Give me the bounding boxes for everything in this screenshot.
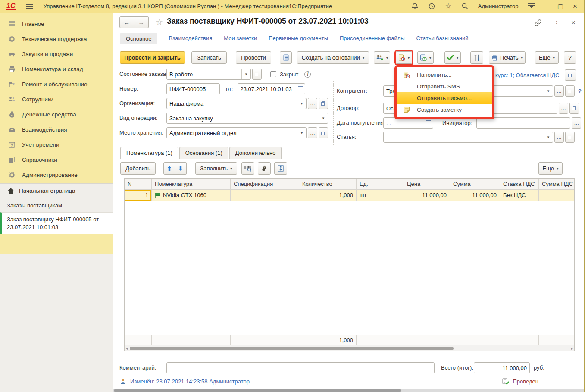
current-user[interactable]: Администратор: [478, 3, 519, 9]
move-row-down-button[interactable]: [175, 162, 187, 175]
create-interaction-button[interactable]: ▾: [374, 51, 390, 64]
sidebar-item-main[interactable]: Главное: [0, 16, 113, 31]
pick-organization-button[interactable]: …: [308, 98, 317, 109]
pick-article-button[interactable]: …: [554, 132, 564, 143]
sidebar-item-repair[interactable]: Ремонт и обслуживание: [0, 77, 113, 92]
pick-contractor-button[interactable]: …: [554, 85, 564, 97]
cell-vat-rate[interactable]: Без НДС: [500, 190, 539, 201]
sidebar-item-administration[interactable]: Администрирование: [0, 167, 113, 182]
tab-nomenclature[interactable]: Номенклатура (1): [120, 147, 178, 159]
sidebar-item-time[interactable]: 7 Учет времени: [0, 137, 113, 152]
open-contractor-button[interactable]: [565, 85, 575, 97]
menu-item-send-email[interactable]: Отправить письмо...: [397, 92, 492, 104]
fill-button[interactable]: Заполнить▾: [195, 162, 237, 175]
total-input[interactable]: 11 000,00: [474, 362, 530, 373]
search-icon[interactable]: [461, 3, 469, 10]
print-button[interactable]: Печать▾: [489, 51, 526, 64]
col-vat-sum[interactable]: Сумма НДС: [539, 179, 574, 189]
maximize-button[interactable]: ▢: [557, 3, 563, 10]
check-actions-button[interactable]: ▾: [444, 51, 461, 64]
menu-item-remind[interactable]: Напомнить...: [397, 69, 492, 81]
cell-vat-sum[interactable]: [539, 190, 574, 201]
col-price[interactable]: Цена: [404, 179, 450, 189]
sidebar-item-stock[interactable]: Номенклатура и склад: [0, 62, 113, 77]
sidebar-item-catalogs[interactable]: Справочники: [0, 152, 113, 167]
table-more-button[interactable]: Еще▾: [538, 162, 563, 175]
tab-attached-files[interactable]: Присоединенные файлы: [340, 35, 405, 42]
cell-n[interactable]: 1: [125, 190, 152, 201]
close-form-icon[interactable]: ×: [571, 19, 576, 27]
reminder-menu-button[interactable]: ▾: [396, 51, 412, 64]
table-row[interactable]: 1 NVidia GTX 1060 1,000 шт 11 000,00 11 …: [125, 190, 574, 201]
close-window-button[interactable]: ×: [573, 2, 577, 11]
currency-vat-link[interactable]: курс: 1; Облагается НДС: [495, 72, 559, 78]
operation-type-combo[interactable]: Заказ на закупку ▾: [166, 113, 328, 124]
open-prices-button[interactable]: [565, 69, 576, 81]
forward-button[interactable]: →: [134, 16, 149, 28]
contractor-help-link[interactable]: ?: [578, 88, 582, 94]
scroll-left-icon[interactable]: ◂: [126, 347, 128, 351]
move-row-up-button[interactable]: [163, 162, 175, 175]
scanner-button[interactable]: [258, 162, 271, 175]
chevron-down-icon[interactable]: ▾: [544, 86, 553, 96]
tab-kb-articles[interactable]: Статьи базы знаний: [416, 35, 469, 42]
form-splitter[interactable]: [333, 81, 334, 145]
table-hscrollbar[interactable]: ◂ ▸: [125, 345, 574, 351]
tab-grounds[interactable]: Основания (1): [179, 147, 228, 159]
sidebar-item-support[interactable]: Техническая поддержка: [0, 31, 113, 47]
sidebar-home-page[interactable]: Начальная страница: [0, 184, 113, 198]
cell-specification[interactable]: [231, 190, 299, 201]
help-button[interactable]: ?: [564, 51, 576, 64]
hscroll-thumb[interactable]: [130, 347, 454, 350]
calendar-picker-icon[interactable]: [296, 84, 305, 94]
open-storage-button[interactable]: [319, 127, 328, 138]
row-height-button[interactable]: [274, 162, 287, 175]
window-hscrollbar[interactable]: [113, 389, 585, 392]
info-icon[interactable]: i: [304, 71, 311, 78]
tab-primary-docs[interactable]: Первичные документы: [269, 35, 328, 42]
document-structure-button[interactable]: [280, 51, 292, 64]
notifications-bell-icon[interactable]: [411, 3, 419, 10]
article-combo[interactable]: ▾: [383, 132, 553, 143]
main-menu-icon[interactable]: [26, 4, 33, 9]
barcode-search-button[interactable]: [241, 162, 254, 175]
sidebar-window-current-order[interactable]: Заказ поставщику НФИТ-000005 от 23.07.20…: [0, 212, 113, 234]
order-date-input[interactable]: 23.07.2021 10:01:03: [238, 83, 305, 94]
menu-item-send-sms[interactable]: Отправить SMS...: [397, 81, 492, 92]
post-button[interactable]: Провести: [236, 51, 271, 64]
storage-combo[interactable]: Административный отдел ▾: [166, 127, 307, 138]
tab-additional[interactable]: Дополнительно: [229, 147, 282, 159]
col-sum[interactable]: Сумма: [450, 179, 500, 189]
menu-item-create-note[interactable]: Создать заметку: [397, 104, 492, 116]
back-button[interactable]: ←: [119, 16, 134, 28]
closed-checkbox[interactable]: [270, 71, 276, 77]
col-n[interactable]: N: [125, 179, 152, 189]
col-unit[interactable]: Ед.: [357, 179, 404, 189]
more-button[interactable]: Еще▾: [535, 51, 559, 64]
save-button[interactable]: Записать: [191, 51, 227, 64]
business-process-button[interactable]: ▾: [417, 51, 434, 64]
table-empty-area[interactable]: [125, 201, 574, 335]
minimize-button[interactable]: –: [544, 3, 548, 10]
cell-sum[interactable]: 11 000,00: [450, 190, 500, 201]
cell-unit[interactable]: шт: [357, 190, 404, 201]
favorites-star-icon[interactable]: ☆: [445, 2, 451, 11]
post-and-close-button[interactable]: Провести и закрыть: [120, 51, 185, 64]
sidebar-item-employees[interactable]: Сотрудники: [0, 92, 113, 107]
sidebar-item-purchases[interactable]: Закупки и продажи: [0, 47, 113, 62]
window-hscroll-thumb[interactable]: [114, 389, 401, 392]
tab-interactions[interactable]: Взаимодействия: [169, 35, 213, 42]
col-quantity[interactable]: Количество: [299, 179, 357, 189]
sidebar-item-interactions[interactable]: Взаимодействия: [0, 122, 113, 137]
cell-price[interactable]: 11 000,00: [404, 190, 450, 201]
order-status-combo[interactable]: В работе ▾: [166, 69, 251, 80]
add-row-button[interactable]: Добавить: [120, 162, 156, 175]
organization-combo[interactable]: Наша фирма ▾: [166, 98, 307, 109]
favorite-star-icon[interactable]: ☆: [156, 17, 163, 27]
open-article-button[interactable]: [565, 132, 575, 143]
history-icon[interactable]: [428, 3, 435, 10]
get-link-icon[interactable]: [534, 19, 542, 26]
open-contract-button[interactable]: [569, 103, 579, 114]
modified-link[interactable]: Изменён: 23.07.2021 14:23:58 Администрат…: [130, 378, 250, 385]
scroll-right-icon[interactable]: ▸: [571, 347, 573, 351]
